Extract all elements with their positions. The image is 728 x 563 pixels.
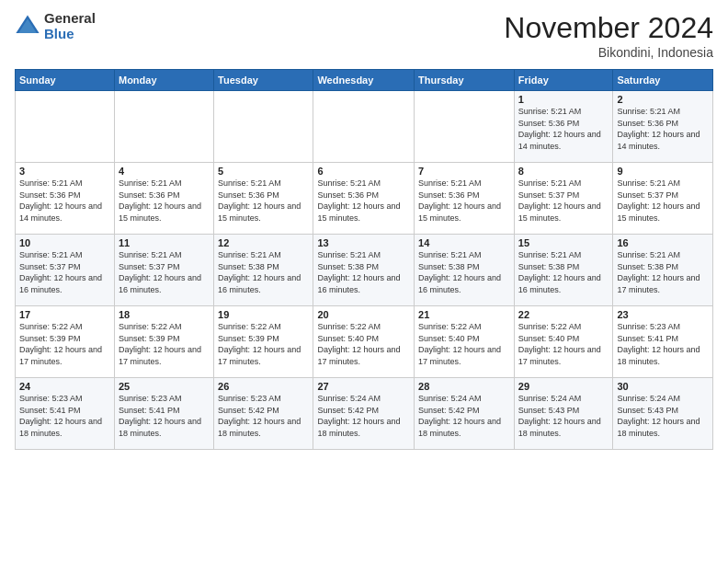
- day-cell: 3Sunrise: 5:21 AM Sunset: 5:36 PM Daylig…: [16, 163, 115, 235]
- day-cell: 8Sunrise: 5:21 AM Sunset: 5:37 PM Daylig…: [514, 163, 613, 235]
- day-info: Sunrise: 5:21 AM Sunset: 5:36 PM Dayligh…: [617, 106, 709, 152]
- day-cell: 21Sunrise: 5:22 AM Sunset: 5:40 PM Dayli…: [415, 306, 515, 378]
- header: General Blue November 2024 Bikondini, In…: [15, 11, 713, 60]
- day-number: 11: [119, 237, 210, 248]
- day-cell: 29Sunrise: 5:24 AM Sunset: 5:43 PM Dayli…: [514, 378, 613, 450]
- day-number: 13: [317, 237, 410, 248]
- logo-blue-label: Blue: [44, 27, 96, 42]
- day-number: 3: [19, 166, 110, 177]
- day-cell: 25Sunrise: 5:23 AM Sunset: 5:41 PM Dayli…: [114, 378, 213, 450]
- day-number: 24: [19, 381, 110, 392]
- day-info: Sunrise: 5:21 AM Sunset: 5:38 PM Dayligh…: [418, 249, 510, 295]
- subtitle: Bikondini, Indonesia: [504, 45, 713, 60]
- day-cell: 16Sunrise: 5:21 AM Sunset: 5:38 PM Dayli…: [613, 235, 713, 306]
- day-cell: 20Sunrise: 5:22 AM Sunset: 5:40 PM Dayli…: [313, 306, 415, 378]
- day-info: Sunrise: 5:24 AM Sunset: 5:42 PM Dayligh…: [418, 393, 510, 439]
- day-cell: 9Sunrise: 5:21 AM Sunset: 5:37 PM Daylig…: [613, 163, 713, 235]
- day-info: Sunrise: 5:21 AM Sunset: 5:36 PM Dayligh…: [317, 178, 410, 224]
- month-title: November 2024: [504, 11, 713, 45]
- day-number: 9: [617, 166, 709, 177]
- day-number: 21: [418, 309, 510, 320]
- day-info: Sunrise: 5:22 AM Sunset: 5:40 PM Dayligh…: [418, 321, 510, 367]
- day-info: Sunrise: 5:22 AM Sunset: 5:40 PM Dayligh…: [317, 321, 410, 367]
- day-info: Sunrise: 5:22 AM Sunset: 5:40 PM Dayligh…: [518, 321, 609, 367]
- day-cell: 17Sunrise: 5:22 AM Sunset: 5:39 PM Dayli…: [16, 306, 115, 378]
- day-info: Sunrise: 5:21 AM Sunset: 5:38 PM Dayligh…: [617, 249, 709, 295]
- day-number: 5: [218, 166, 309, 177]
- day-info: Sunrise: 5:21 AM Sunset: 5:36 PM Dayligh…: [418, 178, 510, 224]
- header-row: SundayMondayTuesdayWednesdayThursdayFrid…: [16, 70, 713, 91]
- calendar-table: SundayMondayTuesdayWednesdayThursdayFrid…: [15, 69, 713, 450]
- day-info: Sunrise: 5:24 AM Sunset: 5:43 PM Dayligh…: [518, 393, 609, 439]
- day-cell: 6Sunrise: 5:21 AM Sunset: 5:36 PM Daylig…: [313, 163, 415, 235]
- day-number: 17: [19, 309, 110, 320]
- day-number: 12: [218, 237, 309, 248]
- logo-icon: [15, 14, 40, 40]
- day-header-sunday: Sunday: [16, 70, 115, 91]
- day-info: Sunrise: 5:21 AM Sunset: 5:37 PM Dayligh…: [518, 178, 609, 224]
- day-info: Sunrise: 5:22 AM Sunset: 5:39 PM Dayligh…: [218, 321, 309, 367]
- day-number: 23: [617, 309, 709, 320]
- day-cell: 30Sunrise: 5:24 AM Sunset: 5:43 PM Dayli…: [613, 378, 713, 450]
- day-number: 26: [218, 381, 309, 392]
- day-info: Sunrise: 5:21 AM Sunset: 5:36 PM Dayligh…: [518, 106, 609, 152]
- day-number: 20: [317, 309, 410, 320]
- day-info: Sunrise: 5:21 AM Sunset: 5:36 PM Dayligh…: [119, 178, 210, 224]
- day-number: 10: [19, 237, 110, 248]
- day-number: 30: [617, 381, 709, 392]
- day-cell: 1Sunrise: 5:21 AM Sunset: 5:36 PM Daylig…: [514, 91, 613, 163]
- day-info: Sunrise: 5:21 AM Sunset: 5:38 PM Dayligh…: [317, 249, 410, 295]
- day-info: Sunrise: 5:21 AM Sunset: 5:37 PM Dayligh…: [19, 249, 110, 295]
- day-header-wednesday: Wednesday: [313, 70, 415, 91]
- day-number: 8: [518, 166, 609, 177]
- day-cell: 22Sunrise: 5:22 AM Sunset: 5:40 PM Dayli…: [514, 306, 613, 378]
- day-info: Sunrise: 5:23 AM Sunset: 5:41 PM Dayligh…: [617, 321, 709, 367]
- day-cell: 11Sunrise: 5:21 AM Sunset: 5:37 PM Dayli…: [114, 235, 213, 306]
- day-info: Sunrise: 5:23 AM Sunset: 5:42 PM Dayligh…: [218, 393, 309, 439]
- day-cell: 23Sunrise: 5:23 AM Sunset: 5:41 PM Dayli…: [613, 306, 713, 378]
- day-cell: 14Sunrise: 5:21 AM Sunset: 5:38 PM Dayli…: [415, 235, 515, 306]
- day-number: 16: [617, 237, 709, 248]
- day-header-thursday: Thursday: [415, 70, 515, 91]
- day-cell: 13Sunrise: 5:21 AM Sunset: 5:38 PM Dayli…: [313, 235, 415, 306]
- day-number: 6: [317, 166, 410, 177]
- day-header-tuesday: Tuesday: [214, 70, 313, 91]
- title-block: November 2024 Bikondini, Indonesia: [504, 11, 713, 60]
- page: General Blue November 2024 Bikondini, In…: [0, 0, 728, 457]
- day-cell: [114, 91, 213, 163]
- week-row-3: 10Sunrise: 5:21 AM Sunset: 5:37 PM Dayli…: [16, 235, 713, 306]
- day-header-monday: Monday: [114, 70, 213, 91]
- day-info: Sunrise: 5:23 AM Sunset: 5:41 PM Dayligh…: [119, 393, 210, 439]
- day-header-saturday: Saturday: [613, 70, 713, 91]
- day-info: Sunrise: 5:22 AM Sunset: 5:39 PM Dayligh…: [19, 321, 110, 367]
- day-info: Sunrise: 5:24 AM Sunset: 5:42 PM Dayligh…: [317, 393, 410, 439]
- day-number: 25: [119, 381, 210, 392]
- day-header-friday: Friday: [514, 70, 613, 91]
- day-cell: [313, 91, 415, 163]
- day-info: Sunrise: 5:21 AM Sunset: 5:37 PM Dayligh…: [119, 249, 210, 295]
- day-cell: 26Sunrise: 5:23 AM Sunset: 5:42 PM Dayli…: [214, 378, 313, 450]
- day-number: 4: [119, 166, 210, 177]
- logo-text: General Blue: [44, 11, 96, 41]
- day-number: 19: [218, 309, 309, 320]
- week-row-2: 3Sunrise: 5:21 AM Sunset: 5:36 PM Daylig…: [16, 163, 713, 235]
- day-cell: 2Sunrise: 5:21 AM Sunset: 5:36 PM Daylig…: [613, 91, 713, 163]
- day-cell: 27Sunrise: 5:24 AM Sunset: 5:42 PM Dayli…: [313, 378, 415, 450]
- week-row-4: 17Sunrise: 5:22 AM Sunset: 5:39 PM Dayli…: [16, 306, 713, 378]
- day-number: 7: [418, 166, 510, 177]
- week-row-1: 1Sunrise: 5:21 AM Sunset: 5:36 PM Daylig…: [16, 91, 713, 163]
- day-info: Sunrise: 5:21 AM Sunset: 5:38 PM Dayligh…: [518, 249, 609, 295]
- day-cell: 18Sunrise: 5:22 AM Sunset: 5:39 PM Dayli…: [114, 306, 213, 378]
- day-number: 1: [518, 94, 609, 105]
- week-row-5: 24Sunrise: 5:23 AM Sunset: 5:41 PM Dayli…: [16, 378, 713, 450]
- logo-general-label: General: [44, 11, 96, 27]
- day-cell: 19Sunrise: 5:22 AM Sunset: 5:39 PM Dayli…: [214, 306, 313, 378]
- day-cell: [16, 91, 115, 163]
- logo: General Blue: [15, 11, 96, 41]
- day-cell: 28Sunrise: 5:24 AM Sunset: 5:42 PM Dayli…: [415, 378, 515, 450]
- day-info: Sunrise: 5:21 AM Sunset: 5:36 PM Dayligh…: [19, 178, 110, 224]
- day-info: Sunrise: 5:21 AM Sunset: 5:38 PM Dayligh…: [218, 249, 309, 295]
- day-cell: 15Sunrise: 5:21 AM Sunset: 5:38 PM Dayli…: [514, 235, 613, 306]
- day-cell: 4Sunrise: 5:21 AM Sunset: 5:36 PM Daylig…: [114, 163, 213, 235]
- day-number: 14: [418, 237, 510, 248]
